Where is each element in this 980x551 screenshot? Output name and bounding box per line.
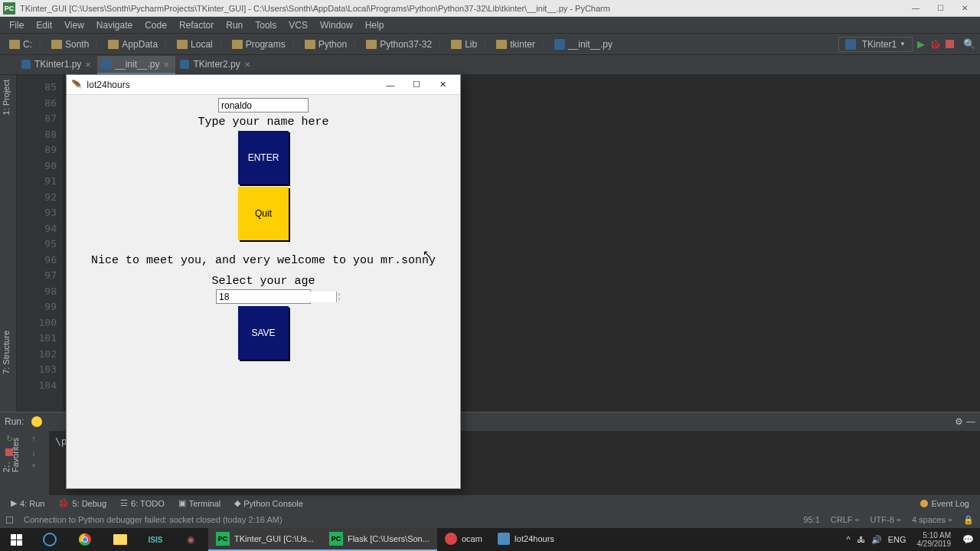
line-separator[interactable]: CRLF ÷ — [831, 515, 860, 524]
expand-icon[interactable]: » — [31, 461, 35, 469]
close-button[interactable]: ✕ — [952, 2, 977, 15]
run-icon[interactable]: ▶ — [917, 38, 925, 50]
crumb-root[interactable]: C: — [5, 37, 37, 51]
tk-titlebar[interactable]: 🪶 Iot24hours — ☐ ✕ — [67, 75, 460, 95]
menu-bar: File Edit View Navigate Code Refactor Ru… — [0, 17, 980, 34]
minimize-button[interactable]: — — [903, 2, 928, 15]
taskbar-explorer[interactable] — [103, 528, 138, 551]
lock-icon[interactable]: 🔒 — [963, 515, 974, 525]
tab-python-console[interactable]: ◆ Python Console — [228, 497, 309, 510]
tk-maximize-button[interactable]: ☐ — [403, 77, 430, 93]
tray-language[interactable]: ENG — [888, 535, 906, 544]
tab-run[interactable]: ▶ 4: Run — [5, 497, 51, 510]
maximize-button[interactable]: ☐ — [928, 2, 952, 15]
system-tray[interactable]: ^ 🖧 🔊 ENG — [840, 535, 912, 545]
cursor-position[interactable]: 95:1 — [803, 515, 819, 524]
editor-tabs: TKinter1.py✕ __init__.py✕ TKinter2.py✕ — [0, 55, 980, 75]
folder-icon — [305, 40, 315, 49]
hide-icon[interactable]: — — [966, 416, 975, 427]
tray-volume-icon[interactable]: 🔊 — [871, 535, 882, 545]
age-spinbox[interactable]: ▲▼ — [216, 289, 311, 304]
file-encoding[interactable]: UTF-8 ÷ — [871, 515, 901, 524]
structure-tool-tab[interactable]: 7: Structure — [0, 328, 17, 377]
taskbar-notifications[interactable]: 💬 — [956, 528, 980, 551]
spinbox-arrows[interactable]: ▲▼ — [336, 292, 341, 302]
tab-tkinter2[interactable]: TKinter2.py✕ — [175, 56, 256, 74]
menu-window[interactable]: Window — [314, 18, 359, 32]
close-icon[interactable]: ✕ — [163, 60, 169, 69]
close-icon[interactable]: ✕ — [85, 60, 91, 69]
indent-info[interactable]: 4 spaces ÷ — [912, 515, 952, 524]
menu-run[interactable]: Run — [220, 18, 249, 32]
gear-icon[interactable]: ⚙ — [955, 416, 963, 427]
taskbar-edge[interactable] — [32, 528, 67, 551]
debug-icon[interactable]: 🐞 — [929, 39, 941, 50]
taskbar-isis[interactable]: ISIS — [138, 528, 173, 551]
crumb-file[interactable]: __init__.py — [550, 37, 617, 51]
folder-icon — [9, 40, 20, 49]
menu-view[interactable]: View — [58, 18, 90, 32]
run-config-selector[interactable]: TKinter1 ▼ — [838, 37, 913, 52]
start-button[interactable] — [0, 528, 32, 551]
menu-vcs[interactable]: VCS — [283, 18, 314, 32]
menu-code[interactable]: Code — [139, 18, 173, 32]
save-button[interactable]: SAVE — [238, 306, 289, 360]
tray-network-icon[interactable]: 🖧 — [857, 535, 865, 544]
crumb-3[interactable]: Local — [172, 37, 217, 51]
folder-icon — [51, 40, 62, 49]
close-icon[interactable]: ✕ — [244, 60, 250, 69]
tab-terminal[interactable]: ▣ Terminal — [172, 497, 227, 510]
taskbar-pycharm-2[interactable]: PCFlask [C:\Users\Son... — [322, 528, 437, 551]
crumb-5[interactable]: Python — [300, 37, 351, 51]
menu-tools[interactable]: Tools — [249, 18, 283, 32]
python-file-icon — [180, 60, 189, 69]
taskbar-clock[interactable]: 5:10 AM 4/29/2019 — [913, 531, 956, 548]
tray-chevron-icon[interactable]: ^ — [846, 535, 850, 544]
quit-button[interactable]: Quit — [238, 187, 289, 240]
down-icon[interactable]: ↓ — [31, 448, 36, 457]
run-label: Run: — [5, 416, 24, 427]
taskbar-app[interactable]: ◉ — [173, 528, 208, 551]
menu-edit[interactable]: Edit — [30, 18, 58, 32]
name-input[interactable] — [218, 98, 309, 112]
enter-button[interactable]: ENTER — [238, 131, 289, 184]
menu-refactor[interactable]: Refactor — [173, 18, 220, 32]
tk-close-button[interactable]: ✕ — [430, 77, 456, 93]
taskbar-ocam[interactable]: ocam — [437, 528, 490, 551]
age-value[interactable] — [217, 292, 336, 302]
menu-navigate[interactable]: Navigate — [90, 18, 139, 32]
taskbar-iot24hours[interactable]: Iot24hours — [490, 528, 562, 551]
search-icon[interactable]: 🔍 — [963, 38, 975, 50]
menu-file[interactable]: File — [3, 18, 30, 32]
warning-dot-icon — [920, 500, 928, 507]
crumb-8[interactable]: tkinter — [492, 37, 540, 51]
tab-tkinter1[interactable]: TKinter1.py✕ — [17, 56, 97, 74]
tkinter-window: 🪶 Iot24hours — ☐ ✕ Type your name here E… — [66, 74, 461, 489]
up-icon[interactable]: ↑ — [31, 434, 36, 443]
status-square-icon[interactable] — [6, 517, 13, 523]
favorites-tool-tab[interactable]: 2: Favorites — [0, 435, 17, 475]
menu-help[interactable]: Help — [359, 18, 390, 32]
chevron-down-icon[interactable]: ▼ — [337, 297, 341, 302]
crumb-7[interactable]: Lib — [446, 37, 482, 51]
tab-init[interactable]: __init__.py✕ — [97, 56, 175, 74]
taskbar-chrome[interactable] — [67, 528, 103, 551]
project-tool-tab[interactable]: 1: Project — [0, 75, 12, 119]
tk-window-title: Iot24hours — [87, 80, 377, 90]
crumb-2[interactable]: AppData — [103, 37, 162, 51]
tk-minimize-button[interactable]: — — [377, 77, 403, 93]
line-number-gutter: 8586878889909192939495969798991001011021… — [17, 75, 63, 412]
tab-event-log[interactable]: Event Log — [914, 497, 975, 510]
crumb-4[interactable]: Programs — [227, 37, 290, 51]
crumb-6[interactable]: Python37-32 — [361, 37, 436, 51]
window-titlebar: PC TKinter_GUI [C:\Users\Sonth\PycharmPr… — [0, 0, 980, 17]
chevron-up-icon[interactable]: ▲ — [337, 292, 341, 297]
stop-icon[interactable] — [946, 40, 954, 48]
taskbar-pycharm-1[interactable]: PCTKinter_GUI [C:\Us... — [208, 528, 322, 551]
ocam-icon — [445, 533, 457, 545]
tab-todo[interactable]: ☲ 6: TODO — [114, 497, 171, 510]
folder-icon — [177, 40, 188, 49]
tab-debug[interactable]: 🐞 5: Debug — [52, 497, 113, 510]
crumb-1[interactable]: Sonth — [47, 37, 93, 51]
folder-icon — [113, 534, 127, 545]
